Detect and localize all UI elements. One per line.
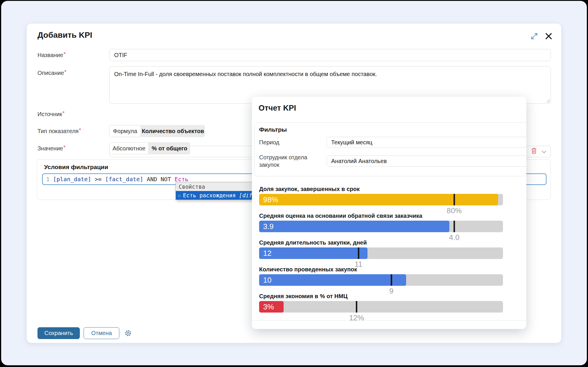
editor-line-number: 1 [43,176,53,183]
indicator-type-label: Тип показателя* [37,128,81,135]
period-input[interactable] [327,137,526,148]
kpi-bar: 3.9 [259,221,449,232]
kpi-track: 3.9 [259,221,503,232]
kpi-row-avg-duration: Средняя длительность закупки, дней 12 11 [259,239,503,266]
employee-input[interactable] [327,156,526,167]
property-bullet-icon: □ [178,193,180,198]
save-button[interactable]: Сохранить [37,327,80,339]
report-filters-box: Фильтры Период Сотрудник отдела закупок [254,122,526,176]
kpi-track: 3% [259,301,503,313]
kpi-target-label: 12% [349,313,364,322]
autocomplete-item[interactable]: □ Есть расхождения [dif [176,191,260,200]
report-footer-divider [252,320,526,321]
cancel-button[interactable]: Отмена [84,327,119,339]
kpi-report-panel: Отчет KPI Фильтры Период Сотрудник отдел… [252,97,526,329]
filter-expression-code: [plan_date] >= [fact_date] AND NOT Есть [53,176,189,183]
kpi-track: 12 [259,247,503,259]
expand-icon[interactable] [531,33,538,40]
resize-handle-icon[interactable] [545,98,550,103]
kpi-target-marker [453,221,455,232]
source-label: Источник* [37,111,65,118]
kpi-chart-list: Доля закупок, завершенных в срок 98% 80%… [259,186,503,320]
kpi-track: 98% [259,194,503,205]
gear-icon[interactable] [125,330,132,337]
app-background: Добавить KPI Название* Описание* On-Time… [1,1,587,365]
kpi-track: 10 [259,274,503,286]
autocomplete-group-header: Свойства [176,182,260,191]
filter-conditions-title: Условия фильтрации [44,164,108,171]
description-label: Описание* [37,70,66,76]
kpi-target-marker [453,194,455,205]
kpi-target-marker [356,301,357,313]
kpi-bar: 98% [259,194,498,205]
report-title: Отчет KPI [259,104,296,113]
kpi-target-marker [358,247,359,259]
name-input[interactable] [109,49,551,61]
kpi-row-avg-savings: Средняя экономия в % от НМЦ 3% 12% [259,293,503,320]
trash-icon[interactable] [531,147,537,156]
autocomplete-dropdown: Свойства □ Есть расхождения [dif [176,182,260,200]
value-option-percent[interactable]: % от общего [149,142,190,154]
value-mode-label: Значение* [37,145,65,152]
kpi-bar: 12 [259,247,367,259]
period-label: Период [259,139,279,146]
modal-title: Добавить KPI [37,31,92,40]
kpi-bar: 3% [259,301,284,313]
employee-label: Сотрудник отдела закупок [259,154,320,169]
type-option-object-count[interactable]: Количество объектов [141,125,205,137]
name-label: Название* [37,52,66,58]
value-option-absolute[interactable]: Абсолютное [109,142,149,154]
close-icon[interactable] [545,32,553,40]
kpi-row-procurement-count: Количество проведенных закупок 10 9 [259,266,503,293]
report-filters-heading: Фильтры [259,126,287,133]
type-option-formula[interactable]: Формула [109,125,141,137]
kpi-target-marker [391,274,392,286]
kpi-row-avg-feedback-score: Средняя оценка на основании обратной свя… [259,213,503,239]
kpi-row-on-time-share: Доля закупок, завершенных в срок 98% 80% [259,186,503,213]
chevron-down-icon[interactable] [542,148,546,155]
kpi-bar: 10 [259,274,406,286]
